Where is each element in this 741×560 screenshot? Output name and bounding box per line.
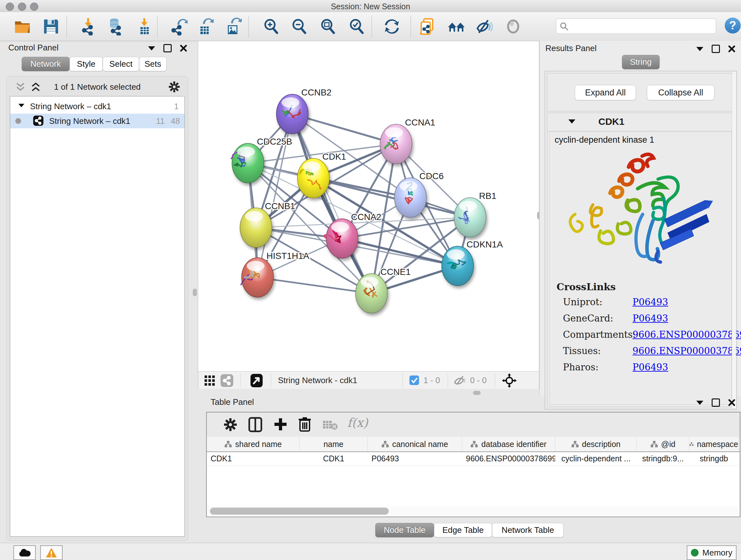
- import-network-file-icon[interactable]: [79, 17, 97, 36]
- tab-style[interactable]: Style: [70, 57, 103, 71]
- close-panel-icon[interactable]: [728, 399, 735, 406]
- crosslink-link[interactable]: P06493: [632, 362, 668, 373]
- cloud-button[interactable]: [13, 545, 36, 560]
- table-cell[interactable]: 9606.ENSP00000378699: [462, 451, 555, 465]
- export-network-icon[interactable]: [170, 17, 188, 36]
- results-scrollbar[interactable]: [732, 72, 736, 408]
- network-label: String Network – cdk1: [49, 116, 130, 126]
- import-network-database-icon[interactable]: [106, 17, 124, 36]
- zoom-fit-icon[interactable]: [319, 17, 337, 36]
- float-panel-icon[interactable]: [712, 398, 720, 407]
- zoom-out-icon[interactable]: [290, 17, 308, 36]
- expand-all-button[interactable]: Expand All: [575, 85, 636, 100]
- network-node-CCNE1[interactable]: CCNE1: [355, 267, 411, 313]
- network-row-selected[interactable]: String Network – cdk1 11 48: [10, 114, 185, 128]
- selected-checkbox-icon[interactable]: [409, 375, 419, 385]
- node-label-CCNA1: CCNA1: [405, 118, 435, 127]
- table-row[interactable]: CDK1CDK1P064939606.ENSP00000378699cyclin…: [207, 451, 740, 466]
- panel-menu-icon[interactable]: [148, 46, 155, 51]
- horizontal-splitter-handle[interactable]: [473, 391, 481, 395]
- column-header-name[interactable]: name: [300, 437, 367, 451]
- left-splitter-handle[interactable]: [193, 289, 197, 296]
- search-box[interactable]: [556, 18, 716, 34]
- table-cell[interactable]: stringdb: [689, 451, 738, 465]
- entry-expander-icon[interactable]: [568, 119, 576, 124]
- table-horizontal-scrollbar[interactable]: [207, 506, 738, 516]
- tab-network-table[interactable]: Network Table: [492, 523, 563, 537]
- birds-eye-view-icon[interactable]: [251, 374, 263, 387]
- tab-string[interactable]: String: [622, 55, 660, 69]
- network-view-title: String Network - cdk1: [278, 375, 357, 385]
- network-collection-row[interactable]: String Network – cdk1 1: [10, 99, 185, 114]
- column-header--id[interactable]: @id: [636, 437, 689, 451]
- save-session-icon[interactable]: [42, 17, 60, 36]
- tab-node-table[interactable]: Node Table: [375, 523, 434, 537]
- network-node-CDK1[interactable]: CDK1: [297, 152, 346, 198]
- export-table-icon[interactable]: [197, 17, 214, 36]
- create-column-icon[interactable]: [273, 417, 288, 432]
- table-cell[interactable]: CDK1: [300, 451, 367, 465]
- crosslink-link[interactable]: P06493: [632, 297, 668, 307]
- crosslink-link[interactable]: 9606.ENSP00000378699: [632, 346, 741, 356]
- table-cell[interactable]: stringdb:9...: [636, 451, 689, 465]
- refresh-icon[interactable]: [383, 17, 401, 36]
- column-header-database-identifier[interactable]: database identifier: [462, 437, 555, 451]
- first-neighbors-icon[interactable]: [448, 17, 465, 36]
- panel-menu-icon[interactable]: [696, 401, 703, 405]
- table-cell[interactable]: CDK1: [207, 451, 300, 465]
- hidden-node-edge-counts: 0 - 0: [470, 375, 487, 385]
- network-canvas[interactable]: CCNB2CCNA1CDC25BCDK1CDC6RB1CCNB1CCNA2CDK…: [198, 41, 538, 371]
- column-header-shared-name[interactable]: shared name: [207, 437, 300, 451]
- network-node-CCNA1[interactable]: CCNA1: [380, 118, 435, 164]
- hidden-eye-icon[interactable]: [454, 375, 466, 386]
- table-cell[interactable]: cyclin-dependent ...: [555, 451, 636, 465]
- network-node-CCNB2[interactable]: CCNB2: [276, 87, 332, 134]
- column-header-namespace[interactable]: namespace: [689, 437, 738, 451]
- column-header-canonical-name[interactable]: canonical name: [367, 437, 462, 451]
- show-all-icon[interactable]: [504, 17, 522, 36]
- table-options-gear-icon[interactable]: [223, 418, 238, 432]
- table-scrollbar-thumb[interactable]: [210, 508, 389, 515]
- search-input[interactable]: [571, 20, 713, 32]
- delete-column-trash-icon[interactable]: [298, 416, 312, 432]
- crosslink-link[interactable]: P06493: [632, 313, 668, 324]
- open-file-icon[interactable]: [13, 17, 31, 36]
- warnings-button[interactable]: [40, 545, 63, 560]
- close-panel-icon[interactable]: [180, 45, 187, 52]
- import-table-icon[interactable]: [135, 17, 153, 36]
- zoom-selected-icon[interactable]: [348, 17, 366, 36]
- zoom-in-icon[interactable]: [262, 17, 280, 36]
- tab-sets[interactable]: Sets: [139, 57, 166, 71]
- network-list-subheader: 1 of 1 Network selected: [7, 79, 188, 95]
- tab-network[interactable]: Network: [22, 57, 70, 71]
- crosslink-link[interactable]: 9606.ENSP00000378699: [632, 329, 741, 340]
- column-type-icon: [571, 441, 579, 448]
- close-panel-icon[interactable]: [728, 45, 735, 52]
- network-node-HIST1H1A[interactable]: HIST1H1A: [241, 251, 309, 297]
- tab-edge-table[interactable]: Edge Table: [434, 523, 492, 537]
- tab-select[interactable]: Select: [103, 57, 139, 71]
- grid-view-icon[interactable]: [204, 375, 215, 386]
- network-node-RB1[interactable]: RB1: [454, 191, 496, 237]
- export-image-icon[interactable]: [225, 17, 243, 36]
- column-header-description[interactable]: description: [555, 437, 636, 451]
- panel-menu-icon[interactable]: [696, 47, 703, 51]
- entry-header[interactable]: CDK1: [547, 113, 734, 131]
- network-node-CDKN1A[interactable]: CDKN1A: [442, 240, 503, 286]
- network-node-CDC6[interactable]: CDC6: [394, 171, 444, 217]
- memory-button[interactable]: Memory: [687, 545, 737, 560]
- network-share-badge-icon[interactable]: [220, 374, 233, 387]
- network-list-options-gear-icon[interactable]: [168, 81, 180, 93]
- collection-expander-icon[interactable]: [18, 104, 24, 107]
- collapse-all-button[interactable]: Collapse All: [647, 85, 715, 100]
- table-cell[interactable]: P06493: [367, 451, 462, 465]
- collection-label: String Network – cdk1: [30, 102, 111, 111]
- help-icon[interactable]: ?: [724, 17, 741, 35]
- float-panel-icon[interactable]: [712, 45, 720, 53]
- float-panel-icon[interactable]: [163, 44, 172, 52]
- show-column-icon[interactable]: [248, 417, 262, 432]
- fit-selected-crosshair-icon[interactable]: [502, 373, 517, 388]
- hide-selected-icon[interactable]: [475, 17, 493, 36]
- main-toolbar: ?: [0, 12, 741, 41]
- clone-network-icon[interactable]: [419, 17, 436, 36]
